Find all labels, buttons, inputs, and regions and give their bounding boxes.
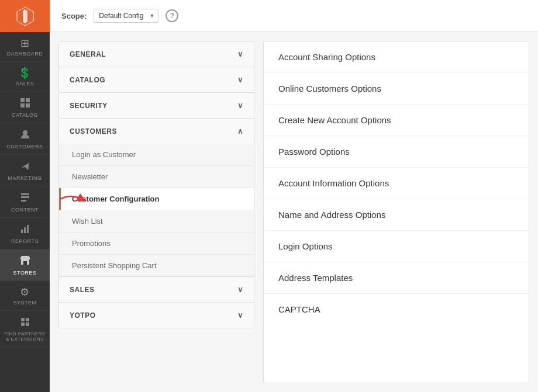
right-panel: Account Sharing Options Online Customers… [263,41,529,383]
sub-item-label: Login as Customer [72,150,136,159]
right-item-captcha[interactable]: CAPTCHA [264,294,529,325]
accordion-section-yotpo: YOTPO ∨ [59,303,254,328]
chevron-down-icon: ∨ [237,101,244,110]
svg-rect-5 [20,103,25,107]
right-item-address-templates[interactable]: Address Templates [264,262,529,294]
svg-rect-10 [21,200,26,202]
stores-icon [20,255,30,268]
sidebar-item-catalog[interactable]: CATALOG [0,92,50,123]
customers-icon [20,129,30,141]
sidebar-item-label: REPORTS [11,238,39,244]
sub-item-label: Persistent Shopping Cart [72,261,157,270]
extensions-icon [20,317,30,329]
right-item-password[interactable]: Password Options [264,136,529,168]
sidebar-item-label: FIND PARTNERS & EXTENSIONS [3,331,47,342]
chevron-down-icon: ∨ [237,311,244,320]
svg-point-7 [23,130,27,135]
accordion-header-general[interactable]: GENERAL ∨ [59,41,254,67]
svg-rect-14 [23,261,27,265]
accordion-header-customers[interactable]: CUSTOMERS ∧ [59,119,254,144]
scope-selector-wrapper: Default Config Website Store View [94,9,158,23]
sidebar-item-label: DASHBOARD [7,51,43,57]
accordion-label-customers: CUSTOMERS [70,127,117,136]
sub-item-label: Promotions [72,239,111,248]
svg-rect-9 [21,196,29,198]
accordion-section-sales: SALES ∨ [59,277,254,303]
right-item-name-and-address[interactable]: Name and Address Options [264,199,529,231]
sidebar-item-label: SALES [16,81,35,86]
sidebar-item-label: SYSTEM [13,300,36,306]
svg-marker-1 [23,9,25,23]
content-area: GENERAL ∨ CATALOG ∨ SECURITY ∨ [50,32,538,392]
accordion-header-yotpo[interactable]: YOTPO ∨ [59,303,254,328]
sidebar-item-dashboard[interactable]: ⊞ DASHBOARD [0,32,50,62]
help-icon[interactable]: ? [165,9,178,22]
accordion-section-catalog: CATALOG ∨ [59,67,254,93]
right-item-account-information[interactable]: Account Information Options [264,168,529,199]
sidebar: ⊞ DASHBOARD 💲 SALES CATALOG CUSTOMERS MA… [0,0,50,392]
svg-rect-12 [24,227,26,233]
main-content: Scope: Default Config Website Store View… [50,0,538,392]
accordion-label-yotpo: YOTPO [70,311,96,320]
sub-item-customer-configuration[interactable]: Customer Configuration [59,188,254,210]
catalog-icon [20,98,30,110]
accordion-header-sales[interactable]: SALES ∨ [59,277,254,302]
marketing-icon [20,161,30,173]
sidebar-logo [0,0,50,32]
accordion-section-customers: CUSTOMERS ∧ Login as Customer Newsletter [59,119,254,277]
scope-select[interactable]: Default Config Website Store View [94,9,158,23]
topbar: Scope: Default Config Website Store View… [50,0,538,32]
accordion-label-catalog: CATALOG [70,76,105,84]
sales-icon: 💲 [18,68,32,78]
sidebar-item-customers[interactable]: CUSTOMERS [0,123,50,155]
svg-rect-16 [26,318,29,321]
accordion-label-sales: SALES [70,286,95,294]
accordion-section-security: SECURITY ∨ [59,93,254,119]
sub-item-promotions[interactable]: Promotions [59,233,254,255]
accordion-header-catalog[interactable]: CATALOG ∨ [59,67,254,92]
sub-item-label: Customer Configuration [72,195,160,203]
sub-item-login-as-customer[interactable]: Login as Customer [59,144,254,166]
accordion-section-general: GENERAL ∨ [59,41,254,67]
accordion-header-security[interactable]: SECURITY ∨ [59,93,254,118]
scope-label: Scope: [61,12,87,20]
svg-rect-13 [27,225,29,233]
sub-item-label: Wish List [72,217,103,226]
svg-rect-11 [21,230,23,233]
sidebar-item-stores[interactable]: STORES [0,249,50,281]
chevron-up-icon: ∧ [237,127,244,136]
sidebar-item-label: STORES [13,270,37,276]
chevron-down-icon: ∨ [237,285,244,294]
sub-item-wish-list[interactable]: Wish List [59,210,254,233]
sidebar-item-label: CUSTOMERS [7,144,43,150]
sidebar-item-system[interactable]: ⚙ SYSTEM [0,281,50,311]
reports-icon [20,224,30,236]
content-icon [20,192,30,204]
magento-logo-icon [15,6,36,27]
svg-rect-18 [26,322,29,326]
sidebar-item-sales[interactable]: 💲 SALES [0,62,50,92]
chevron-down-icon: ∨ [237,50,244,58]
sidebar-item-content[interactable]: CONTENT [0,186,50,218]
chevron-down-icon: ∨ [237,75,244,84]
sub-item-label: Newsletter [72,172,108,181]
sub-item-persistent-shopping-cart[interactable]: Persistent Shopping Cart [59,255,254,276]
svg-rect-3 [20,98,25,102]
right-item-login[interactable]: Login Options [264,231,529,262]
sidebar-item-label: CATALOG [12,112,38,118]
system-icon: ⚙ [20,287,30,297]
right-item-account-sharing[interactable]: Account Sharing Options [264,41,529,73]
right-item-create-new-account[interactable]: Create New Account Options [264,105,529,136]
svg-rect-4 [26,98,30,102]
svg-marker-2 [25,9,27,23]
sidebar-item-reports[interactable]: REPORTS [0,218,50,249]
svg-rect-8 [21,193,29,195]
sidebar-item-label: CONTENT [11,207,39,213]
accordion-label-security: SECURITY [70,102,108,110]
right-item-online-customers[interactable]: Online Customers Options [264,73,529,105]
sidebar-item-extensions[interactable]: FIND PARTNERS & EXTENSIONS [0,311,50,347]
sidebar-item-marketing[interactable]: MARKETING [0,155,50,186]
svg-rect-15 [21,318,25,321]
svg-rect-17 [21,322,25,326]
sub-item-newsletter[interactable]: Newsletter [59,166,254,188]
